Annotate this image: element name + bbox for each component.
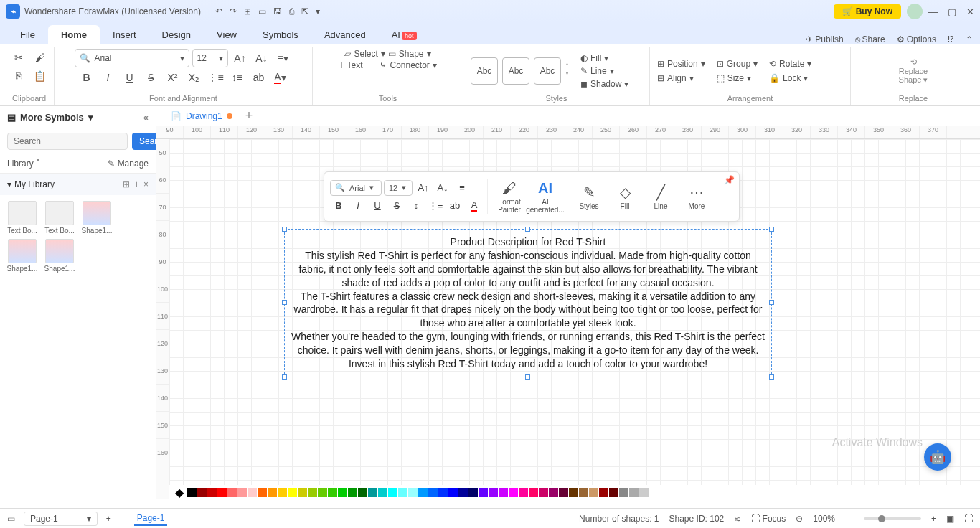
tab-symbols[interactable]: Symbols: [250, 25, 311, 44]
float-bold-icon[interactable]: B: [330, 198, 347, 214]
fit-page-icon[interactable]: ▣: [946, 514, 954, 524]
spacing-icon[interactable]: ↕≡: [228, 69, 247, 86]
style-preset-2[interactable]: Abc: [502, 57, 529, 85]
color-swatch[interactable]: [278, 488, 287, 497]
options-button[interactable]: ⚙ Options: [897, 34, 936, 44]
color-swatch[interactable]: [639, 488, 649, 497]
color-swatch[interactable]: [368, 488, 377, 497]
color-swatch[interactable]: [539, 488, 548, 497]
size-button[interactable]: ⬚ Size ▾: [717, 73, 758, 83]
color-swatch[interactable]: [207, 488, 217, 497]
color-swatch[interactable]: [358, 488, 367, 497]
shape-item[interactable]: Shape1...: [80, 201, 113, 235]
color-swatch[interactable]: [428, 488, 438, 497]
canvas[interactable]: 📌 🔍Arial▾ 12▾ A↑ A↓ ≡ B I U S̶ ↕ ⋮≡ ab: [169, 139, 980, 485]
align-menu-icon[interactable]: ≡▾: [274, 50, 293, 67]
style-preset-3[interactable]: Abc: [534, 57, 561, 85]
bullets-icon[interactable]: ⋮≡: [207, 69, 225, 86]
zoom-in-button[interactable]: —: [845, 514, 854, 524]
resize-handle[interactable]: [769, 227, 774, 232]
color-swatch[interactable]: [378, 488, 387, 497]
minimize-icon[interactable]: —: [928, 6, 938, 17]
zoom-plus-icon[interactable]: +: [931, 514, 936, 524]
open-icon[interactable]: ▭: [258, 6, 266, 16]
float-more-button[interactable]: ⋯More: [679, 184, 714, 210]
float-format-painter[interactable]: 🖌Format Painter: [492, 179, 527, 214]
color-swatch[interactable]: [589, 488, 598, 497]
document-tab[interactable]: 📄 Drawing1: [164, 108, 240, 124]
style-down-icon[interactable]: ˅: [565, 72, 569, 80]
lib-view-icon[interactable]: ⊞: [123, 179, 130, 189]
float-dec-font-icon[interactable]: A↓: [434, 180, 451, 196]
chat-assistant-button[interactable]: 🤖: [924, 443, 951, 471]
lib-add-icon[interactable]: +: [134, 179, 139, 189]
fullscreen-icon[interactable]: ⛶: [964, 514, 973, 524]
color-swatch[interactable]: [298, 488, 307, 497]
resize-handle[interactable]: [282, 227, 287, 232]
color-swatch[interactable]: [579, 488, 588, 497]
float-ai-button[interactable]: AIAI generated...: [528, 179, 562, 214]
strike-icon[interactable]: S̶: [142, 69, 161, 86]
float-inc-font-icon[interactable]: A↑: [415, 180, 432, 196]
layers-icon[interactable]: ≋: [734, 514, 741, 524]
focus-button[interactable]: ⛶ Focus: [751, 514, 786, 524]
add-page-button[interactable]: +: [106, 514, 111, 524]
buy-now-button[interactable]: 🛒 Buy Now: [834, 4, 901, 19]
shape-item[interactable]: Text Bo...: [6, 201, 39, 235]
shadow-button[interactable]: ◼ Shadow ▾: [580, 79, 628, 89]
color-swatch[interactable]: [418, 488, 428, 497]
shape-tool[interactable]: ▭ Shape ▾: [388, 49, 431, 59]
color-swatch[interactable]: [217, 488, 227, 497]
color-swatch[interactable]: [268, 488, 277, 497]
rotate-button[interactable]: ⟲ Rotate ▾: [769, 59, 811, 69]
color-swatch[interactable]: [258, 488, 267, 497]
color-swatch[interactable]: [468, 488, 478, 497]
color-swatch[interactable]: [458, 488, 468, 497]
tab-file[interactable]: File: [7, 25, 48, 44]
underline-icon[interactable]: U: [121, 69, 139, 86]
color-swatch[interactable]: [629, 488, 639, 497]
share-button[interactable]: ⎋ Share: [855, 34, 885, 44]
float-fill-button[interactable]: ◇Fill: [608, 184, 642, 210]
color-swatch[interactable]: [609, 488, 618, 497]
fill-button[interactable]: ◐ Fill ▾: [580, 53, 628, 63]
resize-handle[interactable]: [769, 374, 774, 380]
color-swatch[interactable]: [599, 488, 608, 497]
float-color-icon[interactable]: A: [466, 198, 483, 214]
line-button[interactable]: ✎ Line ▾: [580, 66, 628, 76]
color-swatch[interactable]: [308, 488, 317, 497]
tab-ai[interactable]: AIhot: [379, 25, 430, 44]
color-swatch[interactable]: [549, 488, 558, 497]
page-layout-icon[interactable]: ▭: [7, 514, 15, 524]
close-icon[interactable]: ✕: [966, 6, 974, 17]
font-color-icon[interactable]: A▾: [271, 69, 290, 86]
redo-icon[interactable]: ↷: [230, 6, 237, 16]
notification-icon[interactable]: ⁉: [948, 34, 954, 44]
user-avatar[interactable]: [907, 4, 923, 19]
new-icon[interactable]: ⊞: [244, 6, 251, 16]
float-italic-icon[interactable]: I: [349, 198, 367, 214]
style-up-icon[interactable]: ˄: [565, 62, 569, 70]
manage-link[interactable]: ✎ Manage: [108, 159, 149, 169]
tab-advanced[interactable]: Advanced: [311, 25, 379, 44]
selected-text-box[interactable]: Product Description for Red T-Shirt This…: [284, 229, 772, 377]
resize-handle[interactable]: [282, 374, 287, 380]
library-link[interactable]: Library ˄: [7, 159, 40, 169]
color-swatch[interactable]: [529, 488, 538, 497]
shape-item[interactable]: Shape1...: [43, 239, 76, 273]
eyedropper-icon[interactable]: ◆: [175, 486, 184, 499]
color-swatch[interactable]: [318, 488, 327, 497]
float-underline-icon[interactable]: U: [369, 198, 386, 214]
save-icon[interactable]: 🖫: [273, 6, 282, 16]
color-swatch[interactable]: [479, 488, 488, 497]
panel-collapse-icon[interactable]: «: [143, 112, 149, 123]
color-swatch[interactable]: [489, 488, 498, 497]
color-swatch[interactable]: [288, 488, 297, 497]
qat-more-icon[interactable]: ▾: [316, 6, 320, 16]
color-swatch[interactable]: [237, 488, 247, 497]
bold-icon[interactable]: B: [77, 69, 96, 86]
export-icon[interactable]: ⇱: [301, 6, 308, 16]
shape-item[interactable]: Text Bo...: [43, 201, 76, 235]
replace-shape-button[interactable]: ⟲Replace Shape ▾: [893, 55, 934, 88]
italic-icon[interactable]: I: [99, 69, 118, 86]
